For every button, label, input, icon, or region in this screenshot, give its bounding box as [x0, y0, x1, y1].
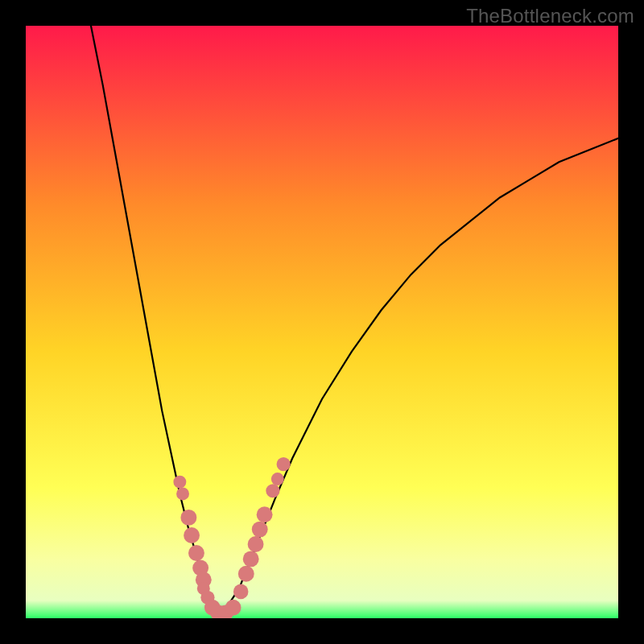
- chart-frame: TheBottleneck.com: [0, 0, 644, 644]
- data-marker: [243, 551, 259, 567]
- data-marker: [271, 473, 284, 485]
- chart-svg: [26, 26, 618, 618]
- gradient-background: [26, 26, 618, 618]
- data-marker: [233, 584, 249, 600]
- data-marker: [257, 506, 273, 522]
- data-marker: [173, 476, 186, 489]
- data-marker: [277, 457, 291, 471]
- data-marker: [248, 536, 264, 552]
- data-marker: [252, 522, 268, 538]
- data-marker: [176, 487, 189, 500]
- data-marker: [225, 600, 242, 616]
- data-marker: [238, 566, 254, 582]
- data-marker: [188, 545, 204, 561]
- data-marker: [266, 484, 279, 497]
- plot-area: [26, 26, 618, 618]
- watermark-text: TheBottleneck.com: [466, 5, 634, 27]
- data-marker: [180, 510, 196, 526]
- data-marker: [184, 527, 200, 543]
